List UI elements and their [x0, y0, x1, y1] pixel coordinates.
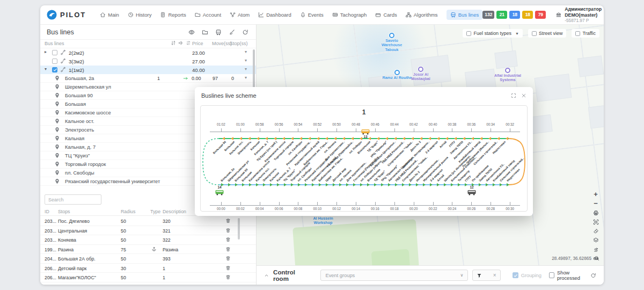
top-route-arrow — [445, 137, 448, 140]
row-caret-icon[interactable]: ▾ — [245, 49, 247, 54]
sort-icon[interactable] — [171, 40, 176, 46]
bus-icon-14[interactable] — [215, 190, 224, 195]
eye-icon[interactable] — [188, 29, 195, 35]
map-poi[interactable]: Josor Al Mostaqbal — [405, 67, 437, 82]
table-row[interactable]: 206...Детский парк301 — [40, 264, 256, 273]
expand-icon[interactable] — [511, 93, 516, 98]
tree-checkbox[interactable] — [52, 50, 57, 55]
collapse-control-room-icon[interactable] — [264, 273, 269, 278]
swap-icon[interactable] — [186, 40, 191, 46]
filter-box[interactable]: × — [472, 270, 500, 281]
table-row[interactable]: 203...Центральная50321 — [40, 226, 256, 236]
table-row[interactable]: 204...Большая 2А обр.50393 — [40, 254, 256, 264]
th-radius: Radius — [121, 209, 135, 214]
refresh-icon[interactable] — [590, 272, 596, 279]
top-route-arrow — [394, 137, 397, 140]
nav-item-tachograph[interactable]: Tachograph — [332, 12, 367, 18]
modal-actions — [511, 93, 526, 98]
bus-icon-12[interactable] — [467, 190, 477, 195]
table-row[interactable]: 203...Пос. Дягилево50320 — [40, 216, 256, 226]
nav-item-bus-lines[interactable]: Bus lines — [447, 10, 483, 20]
folder-icon[interactable] — [202, 29, 208, 35]
traffic-toggle[interactable]: Traffic — [572, 29, 599, 38]
counter-badge-2[interactable]: 18 — [509, 11, 520, 19]
map-tool-layers[interactable] — [592, 237, 599, 243]
nav-item-dashboard[interactable]: Dashboard — [258, 12, 291, 18]
map-tool-eraser[interactable] — [592, 228, 599, 234]
show-processed-toggle[interactable]: Show processed — [549, 270, 590, 281]
user-block[interactable]: Администратор DEMO(master) -55871.97 Р — [556, 6, 604, 24]
cell-stop: Коняева — [58, 237, 76, 243]
refresh-icon[interactable] — [242, 29, 248, 35]
grouping-toggle[interactable]: Grouping — [513, 272, 541, 278]
clear-filter-icon[interactable]: × — [493, 272, 496, 278]
top-tick-label: 00:42 — [406, 122, 422, 126]
nav-item-cards[interactable]: Cards — [375, 12, 397, 18]
nav-item-reports[interactable]: Reports — [160, 12, 186, 18]
tree-checkbox[interactable] — [52, 67, 57, 73]
row-caret-icon[interactable]: ▾ — [245, 75, 247, 80]
counter-badge-3[interactable]: 18 — [522, 11, 533, 19]
table-row[interactable]: 199...Разина75Разина — [40, 245, 256, 255]
map-poi[interactable]: Afial Industrial Systems — [492, 68, 524, 83]
tree-checkbox[interactable] — [52, 59, 57, 64]
grouping-checkbox[interactable] — [513, 272, 518, 278]
map-poi[interactable]: Saveto Warehouse Tabouk — [376, 33, 408, 52]
trash-icon[interactable] — [225, 274, 231, 280]
tree-group-price: 40.00 — [192, 67, 205, 73]
row-caret-icon[interactable]: ▾ — [245, 58, 247, 63]
bus-icon[interactable] — [215, 29, 222, 35]
brush-icon[interactable] — [229, 29, 235, 35]
search-input[interactable] — [45, 194, 101, 205]
close-icon[interactable] — [521, 93, 526, 98]
trash-icon[interactable] — [225, 265, 231, 271]
nav-item-history[interactable]: History — [128, 12, 152, 18]
show-processed-checkbox[interactable] — [549, 272, 554, 278]
table-row[interactable]: 206...Магазин"КОЛОС"501 — [40, 273, 256, 282]
map-tool-minus[interactable]: − — [592, 200, 599, 207]
trash-icon[interactable] — [225, 237, 231, 242]
tree-scrollbar[interactable] — [253, 49, 255, 92]
counter-badge-4[interactable]: 79 — [535, 11, 546, 19]
map-tool-sroute[interactable] — [592, 246, 599, 252]
counter-badge-1[interactable]: 21 — [496, 11, 507, 19]
fuel-station-types-toggle[interactable]: Fuel station types ▼ — [463, 29, 522, 38]
app-logo[interactable]: PILOT — [47, 10, 86, 20]
tree-stop-row[interactable]: Большая, 2а10.00970▾ — [40, 74, 256, 83]
cell-id: 199... — [45, 247, 56, 252]
map-tool-frame[interactable] — [592, 219, 599, 225]
tree-chevron-icon[interactable]: ▾ — [45, 67, 47, 71]
bottom-route-arrow — [333, 183, 335, 186]
row-caret-icon[interactable]: ▾ — [245, 67, 247, 71]
cell-radius: 50 — [121, 237, 126, 243]
nav-item-main[interactable]: Main — [100, 12, 119, 18]
tree-chevron-icon[interactable]: ▸ — [45, 49, 47, 54]
traffic-checkbox[interactable] — [575, 31, 580, 36]
fuel-checkbox[interactable] — [466, 31, 471, 36]
map-tool-plus[interactable]: + — [592, 191, 599, 198]
table-scrollbar[interactable] — [238, 218, 240, 240]
magnifier-icon[interactable] — [594, 256, 599, 261]
trash-icon[interactable] — [225, 247, 231, 252]
top-tick — [260, 128, 260, 132]
nav-item-atom[interactable]: Atom — [230, 12, 250, 18]
street-view-toggle[interactable]: Street view — [528, 29, 567, 38]
tree-group-row[interactable]: 3(3м2)27.00▾ — [40, 57, 256, 66]
funnel-icon[interactable] — [477, 273, 482, 278]
counter-badge-0[interactable]: 132 — [482, 11, 494, 19]
trash-icon[interactable] — [225, 228, 231, 233]
trash-icon[interactable] — [225, 218, 231, 223]
nav-item-algorithms[interactable]: Algorithms — [406, 12, 438, 18]
trash-icon[interactable] — [225, 256, 231, 261]
street-view-checkbox[interactable] — [532, 31, 537, 36]
event-groups-select[interactable]: Event groups ∨ — [320, 270, 468, 281]
map-tool-printer[interactable] — [592, 209, 599, 216]
tree-group-row[interactable]: ▸2(2м2)23.00▾ — [40, 48, 256, 57]
nav-item-events[interactable]: Events — [300, 12, 324, 18]
tree-group-row[interactable]: ▾1(1м2)40.00▾ — [40, 66, 256, 74]
speaker-icon[interactable] — [178, 40, 184, 46]
table-row[interactable]: 203...Коняева50322 — [40, 235, 256, 245]
nav-item-account[interactable]: Account — [195, 12, 221, 18]
bus-icon-13[interactable] — [361, 129, 370, 135]
bottom-tick — [414, 202, 414, 205]
